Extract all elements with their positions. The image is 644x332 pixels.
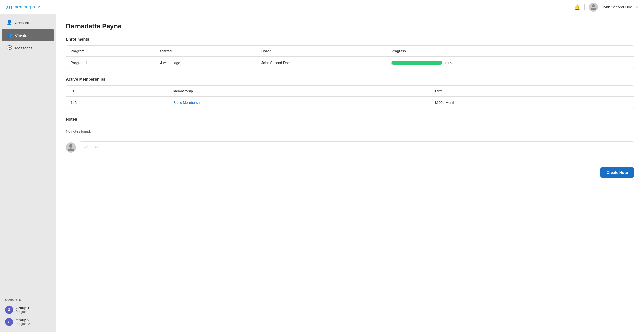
- cohort-sub-group1: Program 1: [16, 310, 30, 314]
- topnav: m memberpress 🔔 John Second Doe ▾: [0, 0, 644, 14]
- enrollment-program: Program 1: [66, 57, 156, 69]
- enrollment-coach: John Second Doe: [257, 57, 387, 69]
- note-textarea[interactable]: [80, 141, 634, 164]
- create-note-button[interactable]: Create Note: [600, 167, 634, 178]
- col-coach: Coach: [257, 46, 387, 57]
- logo-text: memberpress: [13, 4, 41, 10]
- chevron-down-icon[interactable]: ▾: [636, 5, 638, 9]
- memberships-header-row: ID Membership Term: [66, 86, 634, 97]
- col-program: Program: [66, 46, 156, 57]
- main-content: Bernadette Payne Enrollments Program Sta…: [56, 14, 644, 332]
- membership-id: 146: [66, 97, 169, 109]
- cohorts-label: Cohorts: [3, 298, 53, 304]
- col-progress: Progress: [387, 46, 634, 57]
- memberships-section: Active Memberships ID Membership Term 14…: [66, 77, 634, 109]
- membership-link[interactable]: Basic Membership: [173, 101, 202, 105]
- page-title: Bernadette Payne: [66, 22, 634, 30]
- enrollments-header-row: Program Started Coach Progress: [66, 46, 634, 57]
- notes-section: Notes No notes found. Create Note: [66, 117, 634, 178]
- membership-name: Basic Membership: [169, 97, 430, 109]
- enrollment-row: Program 1 4 weeks ago John Second Doe 10…: [66, 57, 634, 69]
- account-icon: 👤: [7, 20, 12, 25]
- messages-icon: 💬: [7, 45, 12, 51]
- enrollments-title: Enrollments: [66, 37, 634, 42]
- logo: m memberpress: [6, 3, 41, 11]
- memberships-title: Active Memberships: [66, 77, 634, 82]
- note-actions: Create Note: [66, 167, 634, 178]
- cohort-info-group2: Group 2 Program 2: [16, 318, 30, 326]
- topnav-right: 🔔 John Second Doe ▾: [574, 3, 638, 12]
- sidebar-label-clients: Clients: [15, 33, 27, 37]
- sidebar: 👤 Account 👥 Clients 💬 Messages Cohorts G…: [0, 14, 56, 332]
- cohorts-section: Cohorts G Group 1 Program 1 G Group 2 Pr…: [0, 294, 56, 332]
- col-term: Term: [430, 86, 634, 97]
- enrollments-table: Program Started Coach Progress Program 1…: [66, 45, 634, 69]
- cohort-item-group1[interactable]: G Group 1 Program 1: [3, 304, 53, 316]
- membership-term: $100 / Month: [430, 97, 634, 109]
- layout: 👤 Account 👥 Clients 💬 Messages Cohorts G…: [0, 14, 644, 332]
- sidebar-label-messages: Messages: [15, 46, 32, 50]
- col-id: ID: [66, 86, 169, 97]
- no-notes-message: No notes found.: [66, 125, 634, 139]
- enrollments-section: Enrollments Program Started Coach Progre…: [66, 37, 634, 69]
- avatar: [589, 3, 598, 12]
- enrollment-progress: 100%: [387, 57, 634, 69]
- cohort-name-group1: Group 1: [16, 306, 30, 310]
- cohort-item-group2[interactable]: G Group 2 Program 2: [3, 316, 53, 328]
- note-user-avatar: [66, 142, 76, 153]
- user-name: John Second Doe: [602, 5, 632, 9]
- enrollment-started: 4 weeks ago: [156, 57, 257, 69]
- sidebar-item-account[interactable]: 👤 Account: [2, 17, 54, 28]
- membership-row: 146 Basic Membership $100 / Month: [66, 97, 634, 109]
- cohort-avatar-group1: G: [5, 306, 13, 314]
- progress-pct: 100%: [445, 61, 453, 65]
- bell-icon[interactable]: 🔔: [574, 4, 580, 10]
- sidebar-item-messages[interactable]: 💬 Messages: [2, 42, 54, 54]
- cohort-sub-group2: Program 2: [16, 322, 30, 326]
- logo-letter: m: [6, 3, 12, 11]
- notes-title: Notes: [66, 117, 634, 122]
- nav-divider: [584, 4, 585, 10]
- sidebar-label-account: Account: [15, 20, 29, 25]
- memberships-table: ID Membership Term 146 Basic Membership …: [66, 85, 634, 109]
- progress-bar-fill: [391, 61, 442, 65]
- sidebar-item-clients[interactable]: 👥 Clients: [2, 29, 54, 41]
- col-started: Started: [156, 46, 257, 57]
- note-input-row: [66, 141, 634, 164]
- cohort-info-group1: Group 1 Program 1: [16, 306, 30, 314]
- progress-bar-bg: [391, 61, 442, 65]
- cohort-avatar-group2: G: [5, 318, 13, 326]
- clients-icon: 👥: [7, 32, 12, 38]
- col-membership: Membership: [169, 86, 430, 97]
- cohort-name-group2: Group 2: [16, 318, 30, 322]
